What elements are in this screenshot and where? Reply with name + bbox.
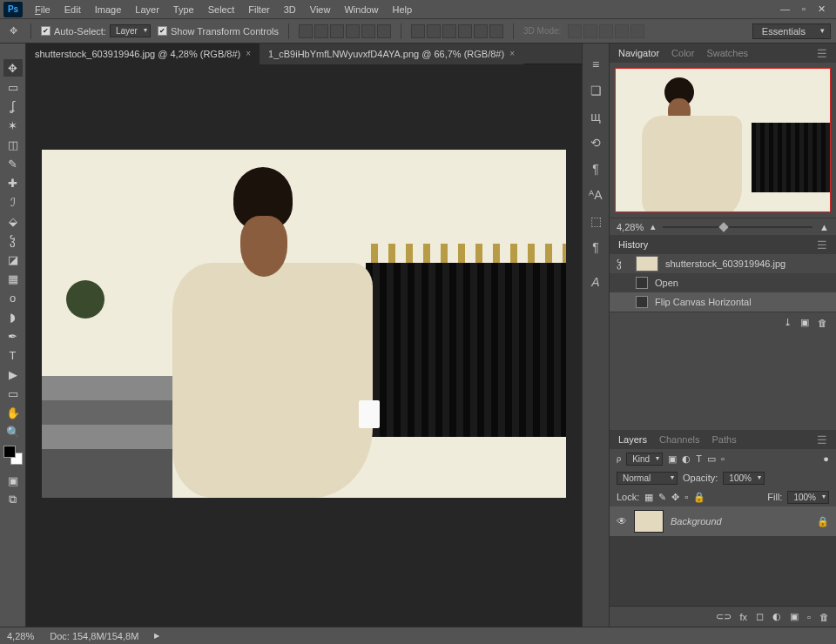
status-doc-size[interactable]: Doc: 154,8M/154,8M: [50, 631, 138, 641]
lock-all-icon[interactable]: 🔒: [693, 492, 705, 503]
kind-dropdown[interactable]: Kind: [626, 453, 663, 466]
move-tool-icon[interactable]: ✥: [5, 23, 21, 39]
menu-select[interactable]: Select: [201, 3, 242, 17]
trash-icon[interactable]: 🗑: [818, 318, 827, 328]
panel-icon[interactable]: ❏: [590, 84, 602, 97]
create-document-icon[interactable]: ⤓: [784, 317, 792, 328]
panel-menu-icon[interactable]: ☰: [817, 433, 827, 446]
menu-edit[interactable]: Edit: [57, 3, 88, 17]
navigator-zoom-value[interactable]: 4,28%: [617, 222, 644, 232]
tab-history[interactable]: History: [618, 239, 648, 250]
tab-paths[interactable]: Paths: [712, 434, 737, 445]
hand-tool[interactable]: ✋: [3, 404, 23, 421]
panel-icon[interactable]: ᴬA: [589, 188, 602, 202]
link-layers-icon[interactable]: ⊂⊃: [716, 611, 732, 622]
quick-select-tool[interactable]: ✶: [3, 117, 23, 134]
zoom-in-icon[interactable]: ▲: [819, 222, 829, 232]
close-button[interactable]: ✕: [818, 3, 826, 15]
tab-layers[interactable]: Layers: [618, 434, 647, 445]
brush-tool[interactable]: ℐ: [3, 193, 23, 211]
panel-icon[interactable]: A: [591, 275, 599, 289]
3d-mode-buttons[interactable]: [568, 24, 644, 38]
filter-smart-icon[interactable]: ▫: [721, 453, 725, 464]
panel-menu-icon[interactable]: ☰: [817, 47, 827, 60]
color-swatches[interactable]: [3, 446, 23, 465]
quick-mask-toggle[interactable]: ▣: [3, 472, 23, 489]
trash-icon[interactable]: 🗑: [819, 612, 829, 622]
menu-filter[interactable]: Filter: [241, 3, 276, 17]
restore-button[interactable]: ▫: [802, 3, 806, 15]
menu-layer[interactable]: Layer: [128, 3, 166, 17]
history-brush-source-icon[interactable]: ჴ: [617, 258, 629, 270]
snapshot-icon[interactable]: ▣: [800, 317, 809, 328]
layer-row-background[interactable]: 👁 Background 🔒: [610, 506, 836, 536]
panel-icon[interactable]: ¶: [592, 162, 599, 176]
show-transform-checkbox[interactable]: ✔: [158, 26, 167, 36]
panel-menu-icon[interactable]: ☰: [817, 238, 827, 252]
menu-file[interactable]: File: [28, 3, 57, 17]
canvas[interactable]: [26, 64, 582, 627]
lock-artboard-icon[interactable]: ▫: [684, 492, 688, 502]
crop-tool[interactable]: ◫: [3, 136, 23, 153]
zoom-slider[interactable]: [663, 226, 812, 228]
lock-paint-icon[interactable]: ✎: [658, 492, 666, 503]
opacity-input[interactable]: 100%: [723, 472, 765, 485]
clone-tool[interactable]: ⬙: [3, 212, 23, 230]
move-tool[interactable]: ✥: [3, 59, 23, 77]
panel-icon[interactable]: щ: [590, 110, 601, 124]
history-brush-tool[interactable]: ჴ: [3, 231, 23, 249]
new-layer-icon[interactable]: ▫: [807, 612, 811, 622]
lasso-tool[interactable]: ʆ: [3, 97, 23, 115]
eyedropper-tool[interactable]: ✎: [3, 155, 23, 172]
type-tool[interactable]: T: [3, 346, 23, 364]
zoom-tool[interactable]: 🔍: [3, 423, 23, 440]
lock-pixels-icon[interactable]: ▦: [644, 492, 653, 503]
close-tab-icon[interactable]: ×: [246, 49, 251, 58]
eraser-tool[interactable]: ◪: [3, 251, 23, 268]
marquee-tool[interactable]: ▭: [3, 78, 23, 96]
menu-help[interactable]: Help: [386, 3, 420, 17]
filter-shape-icon[interactable]: ▭: [707, 453, 716, 465]
screen-mode-toggle[interactable]: ⧉: [3, 491, 23, 508]
menu-type[interactable]: Type: [166, 3, 201, 17]
history-item-open[interactable]: Open: [610, 273, 836, 292]
tab-swatches[interactable]: Swatches: [706, 48, 748, 58]
menu-view[interactable]: View: [303, 3, 338, 17]
shape-tool[interactable]: ▭: [3, 385, 23, 402]
visibility-toggle[interactable]: 👁: [617, 515, 627, 527]
panel-icon[interactable]: ¶: [592, 240, 599, 254]
lock-position-icon[interactable]: ✥: [671, 492, 679, 503]
path-select-tool[interactable]: ▶: [3, 366, 23, 383]
fx-icon[interactable]: fx: [740, 612, 748, 622]
dodge-tool[interactable]: ◗: [3, 308, 23, 325]
filter-type-icon[interactable]: T: [696, 453, 702, 464]
align-buttons[interactable]: [299, 24, 391, 38]
pen-tool[interactable]: ✒: [3, 327, 23, 345]
mask-icon[interactable]: ◻: [756, 611, 764, 622]
navigator-preview[interactable]: [610, 63, 836, 218]
history-source[interactable]: ჴ shutterstock_603919946.jpg: [610, 254, 836, 273]
lock-icon[interactable]: 🔒: [817, 516, 829, 527]
blend-mode-dropdown[interactable]: Normal: [617, 472, 678, 485]
close-tab-icon[interactable]: ×: [509, 49, 515, 58]
tab-color[interactable]: Color: [671, 48, 694, 58]
gradient-tool[interactable]: ▦: [3, 270, 23, 287]
history-item-flip[interactable]: Flip Canvas Horizontal: [610, 292, 836, 312]
filter-adjust-icon[interactable]: ◐: [682, 453, 691, 465]
menu-window[interactable]: Window: [337, 3, 385, 17]
auto-select-dropdown[interactable]: Layer: [110, 24, 151, 37]
panel-icon[interactable]: ⬚: [590, 214, 602, 228]
fill-input[interactable]: 100%: [787, 491, 829, 504]
document-tab-0[interactable]: shutterstock_603919946.jpg @ 4,28% (RGB/…: [26, 44, 260, 64]
adjustment-icon[interactable]: ◐: [772, 611, 781, 622]
workspace-dropdown[interactable]: Essentials: [752, 23, 831, 39]
distribute-buttons[interactable]: [411, 24, 503, 38]
auto-select-checkbox[interactable]: ✔: [41, 26, 51, 36]
zoom-out-icon[interactable]: ▴: [651, 221, 656, 232]
tab-navigator[interactable]: Navigator: [618, 48, 659, 58]
healing-tool[interactable]: ✚: [3, 174, 23, 191]
status-caret-icon[interactable]: ▶: [154, 632, 159, 640]
tab-channels[interactable]: Channels: [659, 434, 699, 445]
menu-3d[interactable]: 3D: [277, 3, 303, 17]
blur-tool[interactable]: ο: [3, 289, 23, 306]
